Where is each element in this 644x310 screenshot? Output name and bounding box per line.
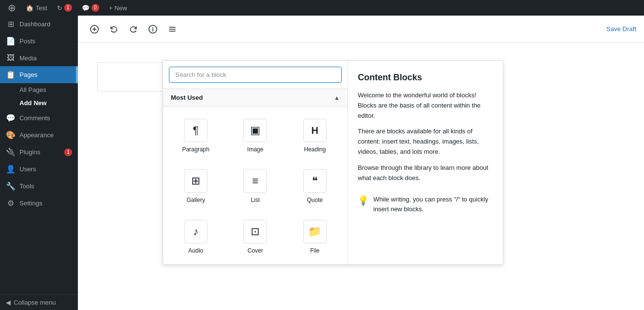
info-button[interactable] [144,20,162,38]
updates-icon: ↻ [57,4,62,12]
sidebar-item-users[interactable]: 👤 Users [0,161,78,178]
sidebar-item-dashboard[interactable]: ⊞ Dashboard [0,16,78,33]
block-item-heading[interactable]: HHeading [286,110,344,159]
blocks-grid-scroll[interactable]: ¶Paragraph▣ImageHHeading⊞Gallery≡List❝Qu… [163,107,348,264]
plugins-icon: 🔌 [6,147,16,157]
site-name-label: Test [36,4,47,12]
block-item-image[interactable]: ▣Image [226,110,284,159]
collapse-label: Collapse menu [14,299,56,306]
sidebar-item-pages[interactable]: 📋 Pages [0,66,78,83]
info-panel-para3: Browse through the library to learn more… [358,163,493,183]
blocks-grid: ¶Paragraph▣ImageHHeading⊞Gallery≡List❝Qu… [163,107,348,264]
sidebar: ⊞ Dashboard 📄 Posts 🖼 Media 📋 Pages All … [0,16,78,310]
block-item-quote[interactable]: ❝Quote [286,161,344,210]
list-view-button[interactable] [164,20,181,38]
sidebar-sub-item-add-new[interactable]: Add New [0,96,78,109]
sidebar-item-media[interactable]: 🖼 Media [0,50,78,66]
quote-icon: ❝ [303,169,327,193]
block-item-gallery[interactable]: ⊞Gallery [167,161,224,210]
block-item-file[interactable]: 📁File [286,212,344,260]
collapse-icon: ◀ [6,299,11,306]
sidebar-item-posts[interactable]: 📄 Posts [0,33,78,50]
svg-point-5 [152,27,153,28]
sidebar-item-label: Appearance [19,131,54,139]
sidebar-item-label: Tools [19,182,34,190]
posts-icon: 📄 [6,36,16,46]
most-used-label: Most Used [171,94,203,101]
block-search-box [163,61,348,89]
block-inserter-popup: Most Used ▲ ¶Paragraph▣ImageHHeading⊞Gal… [163,60,503,265]
sidebar-item-comments[interactable]: 💬 Comments [0,109,78,127]
save-draft-button[interactable]: Save Draft [607,25,636,33]
updates-bar-item[interactable]: ↻ 1 [53,0,76,16]
block-item-paragraph[interactable]: ¶Paragraph [167,110,224,159]
inserter-right-panel: Content Blocks Welcome to the wonderful … [348,61,503,264]
block-item-list[interactable]: ≡List [226,161,284,210]
sidebar-sub-item-all-pages[interactable]: All Pages [0,83,78,96]
sidebar-item-appearance[interactable]: 🎨 Appearance [0,127,78,144]
add-block-button[interactable] [86,20,103,38]
plugins-badge: 1 [64,148,72,156]
sidebar-item-label: Pages [19,71,37,78]
home-icon: 🏠 [26,4,34,12]
editor-area: Save Draft Most Used ▲ ¶Paragraph▣ [78,16,644,310]
main-layout: ⊞ Dashboard 📄 Posts 🖼 Media 📋 Pages All … [0,16,644,310]
audio-label: Audio [188,247,203,254]
sidebar-item-label: Dashboard [19,20,51,28]
file-icon: 📁 [303,220,327,243]
info-panel-para2: There are blocks available for all kinds… [358,127,493,157]
block-search-input[interactable] [169,67,342,83]
comments-badge: 0 [92,4,99,12]
chevron-up-icon: ▲ [334,94,340,101]
add-new-label: Add New [19,99,47,107]
sidebar-item-label: Comments [19,114,50,122]
undo-button[interactable] [105,20,123,38]
gallery-label: Gallery [186,197,205,203]
sidebar-item-settings[interactable]: ⚙ Settings [0,195,78,212]
list-icon: ≡ [243,169,267,193]
sidebar-item-label: Settings [19,200,42,207]
inserter-left-panel: Most Used ▲ ¶Paragraph▣ImageHHeading⊞Gal… [163,61,348,264]
redo-button[interactable] [125,20,142,38]
site-name-bar-item[interactable]: 🏠 Test [22,0,51,16]
file-label: File [310,247,319,254]
most-used-section-header[interactable]: Most Used ▲ [163,89,348,107]
dashboard-icon: ⊞ [6,19,16,29]
settings-icon: ⚙ [6,199,16,208]
comments-bar-item[interactable]: 💬 0 [78,0,103,16]
tip-text: While writing, you can press "/" to quic… [373,195,493,214]
appearance-icon: 🎨 [6,130,16,140]
updates-badge: 1 [64,4,72,12]
wp-logo[interactable]: ⊕ [4,0,20,16]
new-label: + New [109,4,127,12]
sidebar-item-label: Plugins [19,148,40,156]
sidebar-item-plugins[interactable]: 🔌 Plugins 1 [0,144,78,161]
paragraph-label: Paragraph [182,146,209,153]
editor-toolbar: Save Draft [78,16,644,43]
sidebar-item-label: Users [19,165,36,173]
comments-icon: 💬 [82,4,90,12]
users-icon: 👤 [6,164,16,174]
block-item-audio[interactable]: ♪Audio [167,212,224,260]
quote-label: Quote [307,197,323,203]
new-bar-item[interactable]: + New [105,0,131,16]
image-label: Image [247,146,263,153]
tip-box: 💡 While writing, you can press "/" to qu… [358,195,493,214]
admin-bar: ⊕ 🏠 Test ↻ 1 💬 0 + New [0,0,644,16]
media-icon: 🖼 [6,54,16,62]
heading-label: Heading [304,146,326,153]
sidebar-item-label: Posts [19,37,36,45]
info-panel-para1: Welcome to the wonderful world of blocks… [358,91,493,121]
pages-icon: 📋 [6,70,16,79]
cover-icon: ⊡ [243,220,267,243]
tip-icon: 💡 [358,195,368,206]
collapse-menu-button[interactable]: ◀ Collapse menu [0,294,78,310]
audio-icon: ♪ [184,220,207,243]
tools-icon: 🔧 [6,182,16,191]
comments-sidebar-icon: 💬 [6,113,16,123]
heading-icon: H [303,119,327,142]
block-item-cover[interactable]: ⊡Cover [226,212,284,260]
gallery-icon: ⊞ [184,169,207,193]
all-pages-label: All Pages [19,86,46,93]
sidebar-item-tools[interactable]: 🔧 Tools [0,178,78,195]
